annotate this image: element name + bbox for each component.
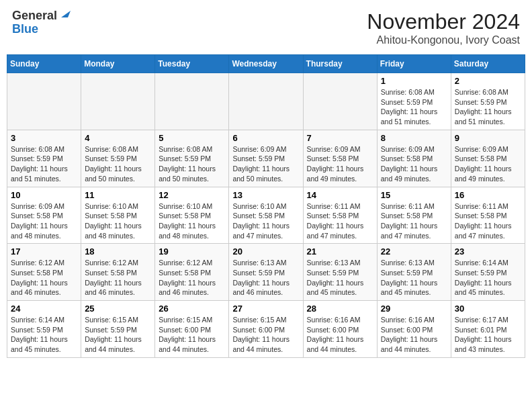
- col-header-friday: Friday: [377, 55, 451, 73]
- calendar-cell: [7, 73, 81, 130]
- day-info: Sunrise: 6:09 AMSunset: 5:58 PMDaylight:…: [381, 144, 447, 184]
- calendar-week-1: 1Sunrise: 6:08 AMSunset: 5:59 PMDaylight…: [7, 73, 525, 130]
- day-info: Sunrise: 6:08 AMSunset: 5:59 PMDaylight:…: [159, 144, 225, 184]
- calendar-cell: 6Sunrise: 6:09 AMSunset: 5:59 PMDaylight…: [229, 130, 303, 187]
- day-number: 11: [85, 190, 151, 200]
- calendar-cell: [229, 73, 303, 130]
- col-header-sunday: Sunday: [7, 55, 81, 73]
- day-info: Sunrise: 6:17 AMSunset: 6:01 PMDaylight:…: [455, 315, 521, 355]
- day-info: Sunrise: 6:09 AMSunset: 5:58 PMDaylight:…: [11, 201, 77, 241]
- calendar-cell: 3Sunrise: 6:08 AMSunset: 5:59 PMDaylight…: [7, 130, 81, 187]
- day-info: Sunrise: 6:14 AMSunset: 5:59 PMDaylight:…: [455, 258, 521, 298]
- day-number: 5: [159, 133, 225, 143]
- calendar-week-3: 10Sunrise: 6:09 AMSunset: 5:58 PMDayligh…: [7, 187, 525, 244]
- day-info: Sunrise: 6:15 AMSunset: 6:00 PMDaylight:…: [232, 315, 299, 355]
- calendar-cell: 19Sunrise: 6:12 AMSunset: 5:58 PMDayligh…: [155, 244, 229, 301]
- day-number: 16: [455, 190, 521, 200]
- day-number: 20: [232, 246, 299, 257]
- col-header-thursday: Thursday: [303, 55, 377, 73]
- day-info: Sunrise: 6:09 AMSunset: 5:59 PMDaylight:…: [232, 144, 299, 184]
- col-header-tuesday: Tuesday: [155, 55, 229, 73]
- day-number: 9: [455, 133, 521, 143]
- day-number: 10: [11, 190, 77, 200]
- day-number: 8: [381, 133, 447, 143]
- day-number: 14: [307, 190, 373, 200]
- day-number: 29: [381, 304, 447, 314]
- day-number: 12: [159, 190, 225, 200]
- day-info: Sunrise: 6:10 AMSunset: 5:58 PMDaylight:…: [85, 201, 151, 241]
- logo: General Blue: [12, 9, 71, 36]
- day-number: 24: [11, 304, 77, 314]
- day-info: Sunrise: 6:13 AMSunset: 5:59 PMDaylight:…: [381, 258, 447, 298]
- calendar-table: SundayMondayTuesdayWednesdayThursdayFrid…: [7, 54, 525, 358]
- svg-marker-0: [61, 11, 71, 17]
- calendar-cell: [155, 73, 229, 130]
- calendar-cell: 8Sunrise: 6:09 AMSunset: 5:58 PMDaylight…: [377, 130, 451, 187]
- day-info: Sunrise: 6:15 AMSunset: 6:00 PMDaylight:…: [159, 315, 225, 355]
- day-info: Sunrise: 6:10 AMSunset: 5:58 PMDaylight:…: [159, 201, 225, 241]
- day-info: Sunrise: 6:08 AMSunset: 5:59 PMDaylight:…: [85, 144, 151, 184]
- calendar-cell: 15Sunrise: 6:11 AMSunset: 5:58 PMDayligh…: [377, 187, 451, 244]
- day-info: Sunrise: 6:11 AMSunset: 5:58 PMDaylight:…: [307, 201, 373, 241]
- calendar-cell: 24Sunrise: 6:14 AMSunset: 5:59 PMDayligh…: [7, 301, 81, 358]
- calendar-week-2: 3Sunrise: 6:08 AMSunset: 5:59 PMDaylight…: [7, 130, 525, 187]
- calendar-cell: 26Sunrise: 6:15 AMSunset: 6:00 PMDayligh…: [155, 301, 229, 358]
- calendar-cell: 17Sunrise: 6:12 AMSunset: 5:58 PMDayligh…: [7, 244, 81, 301]
- day-info: Sunrise: 6:15 AMSunset: 5:59 PMDaylight:…: [85, 315, 151, 355]
- logo-text-blue: Blue: [12, 22, 38, 36]
- day-info: Sunrise: 6:09 AMSunset: 5:58 PMDaylight:…: [307, 144, 373, 184]
- calendar-cell: 18Sunrise: 6:12 AMSunset: 5:58 PMDayligh…: [81, 244, 155, 301]
- day-number: 30: [455, 304, 521, 314]
- day-info: Sunrise: 6:16 AMSunset: 6:00 PMDaylight:…: [307, 315, 373, 355]
- title-area: November 2024 Ahitou-Kongonou, Ivory Coa…: [367, 9, 520, 46]
- calendar-cell: [81, 73, 155, 130]
- calendar-cell: 14Sunrise: 6:11 AMSunset: 5:58 PMDayligh…: [303, 187, 377, 244]
- calendar-cell: 12Sunrise: 6:10 AMSunset: 5:58 PMDayligh…: [155, 187, 229, 244]
- calendar-cell: [303, 73, 377, 130]
- calendar-cell: 5Sunrise: 6:08 AMSunset: 5:59 PMDaylight…: [155, 130, 229, 187]
- day-number: 6: [232, 133, 299, 143]
- calendar-week-4: 17Sunrise: 6:12 AMSunset: 5:58 PMDayligh…: [7, 244, 525, 301]
- location-subtitle: Ahitou-Kongonou, Ivory Coast: [367, 34, 520, 46]
- page-header: General Blue November 2024 Ahitou-Kongon…: [7, 7, 525, 49]
- day-info: Sunrise: 6:08 AMSunset: 5:59 PMDaylight:…: [455, 87, 521, 127]
- day-info: Sunrise: 6:16 AMSunset: 6:00 PMDaylight:…: [381, 315, 447, 355]
- calendar-cell: 30Sunrise: 6:17 AMSunset: 6:01 PMDayligh…: [451, 301, 525, 358]
- day-info: Sunrise: 6:14 AMSunset: 5:59 PMDaylight:…: [11, 315, 77, 355]
- day-number: 13: [232, 190, 299, 200]
- calendar-cell: 23Sunrise: 6:14 AMSunset: 5:59 PMDayligh…: [451, 244, 525, 301]
- day-info: Sunrise: 6:12 AMSunset: 5:58 PMDaylight:…: [11, 258, 77, 298]
- logo-bird-icon: [58, 8, 71, 20]
- day-number: 1: [381, 76, 447, 86]
- col-header-wednesday: Wednesday: [229, 55, 303, 73]
- calendar-cell: 22Sunrise: 6:13 AMSunset: 5:59 PMDayligh…: [377, 244, 451, 301]
- calendar-cell: 16Sunrise: 6:11 AMSunset: 5:58 PMDayligh…: [451, 187, 525, 244]
- day-number: 22: [381, 246, 447, 257]
- calendar-cell: 9Sunrise: 6:09 AMSunset: 5:58 PMDaylight…: [451, 130, 525, 187]
- day-info: Sunrise: 6:08 AMSunset: 5:59 PMDaylight:…: [11, 144, 77, 184]
- day-number: 2: [455, 76, 521, 86]
- day-number: 23: [455, 246, 521, 257]
- day-info: Sunrise: 6:10 AMSunset: 5:58 PMDaylight:…: [232, 201, 299, 241]
- day-number: 3: [11, 133, 77, 143]
- day-number: 27: [232, 304, 299, 314]
- calendar-cell: 13Sunrise: 6:10 AMSunset: 5:58 PMDayligh…: [229, 187, 303, 244]
- calendar-cell: 2Sunrise: 6:08 AMSunset: 5:59 PMDaylight…: [451, 73, 525, 130]
- day-info: Sunrise: 6:13 AMSunset: 5:59 PMDaylight:…: [232, 258, 299, 298]
- day-number: 28: [307, 304, 373, 314]
- calendar-cell: 4Sunrise: 6:08 AMSunset: 5:59 PMDaylight…: [81, 130, 155, 187]
- calendar-cell: 20Sunrise: 6:13 AMSunset: 5:59 PMDayligh…: [229, 244, 303, 301]
- day-info: Sunrise: 6:11 AMSunset: 5:58 PMDaylight:…: [455, 201, 521, 241]
- calendar-cell: 27Sunrise: 6:15 AMSunset: 6:00 PMDayligh…: [229, 301, 303, 358]
- calendar-cell: 1Sunrise: 6:08 AMSunset: 5:59 PMDaylight…: [377, 73, 451, 130]
- day-number: 17: [11, 246, 77, 257]
- calendar-cell: 25Sunrise: 6:15 AMSunset: 5:59 PMDayligh…: [81, 301, 155, 358]
- day-info: Sunrise: 6:09 AMSunset: 5:58 PMDaylight:…: [455, 144, 521, 184]
- calendar-cell: 7Sunrise: 6:09 AMSunset: 5:58 PMDaylight…: [303, 130, 377, 187]
- day-info: Sunrise: 6:12 AMSunset: 5:58 PMDaylight:…: [159, 258, 225, 298]
- day-number: 7: [307, 133, 373, 143]
- calendar-cell: 28Sunrise: 6:16 AMSunset: 6:00 PMDayligh…: [303, 301, 377, 358]
- calendar-cell: 11Sunrise: 6:10 AMSunset: 5:58 PMDayligh…: [81, 187, 155, 244]
- logo-text-general: General: [12, 9, 57, 23]
- calendar-cell: 10Sunrise: 6:09 AMSunset: 5:58 PMDayligh…: [7, 187, 81, 244]
